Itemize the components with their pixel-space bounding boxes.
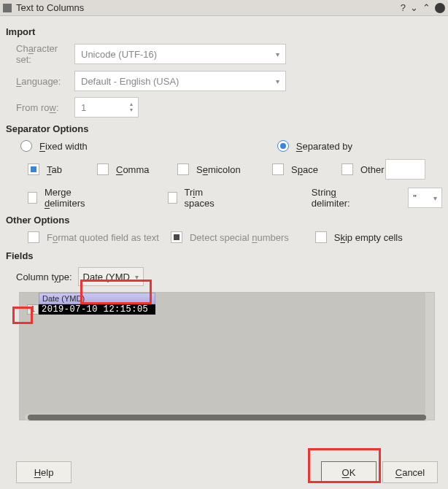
section-other-title: Other Options bbox=[6, 215, 442, 226]
chevron-down-icon: ▾ bbox=[135, 273, 139, 281]
other-separator-input[interactable] bbox=[385, 159, 425, 180]
language-value: Default - English (USA) bbox=[81, 76, 179, 87]
language-label: Language: bbox=[6, 76, 74, 87]
column-type-label: Column type: bbox=[16, 272, 72, 282]
section-fields-title: Fields bbox=[6, 250, 442, 261]
column-type-combo[interactable]: Date (YMD ▾ bbox=[78, 267, 144, 286]
checkbox-icon bbox=[28, 192, 37, 204]
language-combo[interactable]: Default - English (USA) ▾ bbox=[74, 71, 286, 91]
check-semicolon[interactable]: Semicolon bbox=[177, 163, 272, 175]
radio-separated-label: Separated by bbox=[296, 141, 352, 152]
check-merge-delimiters[interactable]: Merge delimiters bbox=[28, 187, 99, 209]
window-icon bbox=[3, 4, 12, 12]
check-trim-spaces[interactable]: Trim spaces bbox=[168, 187, 224, 209]
scrollbar-vertical[interactable] bbox=[425, 293, 434, 420]
check-skip-empty[interactable]: Skip empty cells bbox=[315, 231, 403, 243]
checkbox-icon bbox=[315, 231, 327, 243]
checkbox-icon bbox=[177, 163, 189, 175]
help-button[interactable]: Help bbox=[16, 461, 72, 483]
ok-button[interactable]: OK bbox=[321, 461, 376, 483]
check-format-quoted[interactable]: Format quoted field as text bbox=[28, 231, 159, 243]
radio-fixed-width[interactable]: Fixed width bbox=[20, 140, 88, 152]
chevron-down-icon: ▾ bbox=[276, 77, 279, 85]
checkbox-icon bbox=[28, 231, 39, 243]
checkbox-icon bbox=[28, 163, 39, 175]
titlebar: Text to Columns ? ⌄ ⌃ ✕ bbox=[0, 0, 448, 16]
checkbox-icon bbox=[97, 163, 109, 175]
radio-icon bbox=[20, 140, 32, 152]
charset-value: Unicode (UTF-16) bbox=[81, 49, 157, 60]
string-delimiter-combo[interactable]: " ▾ bbox=[408, 188, 442, 208]
charset-label: Character set: bbox=[6, 43, 74, 65]
checkbox-icon bbox=[341, 163, 353, 175]
check-detect-numbers[interactable]: Detect special numbers bbox=[171, 231, 289, 243]
check-comma[interactable]: Comma bbox=[97, 163, 177, 175]
fromrow-label: From row: bbox=[6, 102, 74, 113]
window-title: Text to Columns bbox=[16, 2, 401, 13]
radio-separated-by[interactable]: Separated by bbox=[277, 140, 352, 152]
chevron-down-icon: ▾ bbox=[276, 50, 279, 58]
check-tab[interactable]: Tab bbox=[28, 163, 97, 175]
dialog-footer: Help OK Cancel bbox=[0, 461, 448, 483]
section-separator-title: Separator Options bbox=[6, 123, 442, 134]
charset-combo[interactable]: Unicode (UTF-16) ▾ bbox=[74, 44, 286, 64]
string-delimiter-label: String delimiter: bbox=[312, 187, 364, 209]
fromrow-spin[interactable]: 1 ▴▾ bbox=[74, 97, 139, 118]
checkbox-icon bbox=[171, 231, 182, 243]
cancel-button[interactable]: Cancel bbox=[382, 461, 438, 483]
spin-buttons[interactable]: ▴▾ bbox=[126, 99, 136, 115]
preview-column-header[interactable]: Date (YMD) bbox=[39, 293, 155, 304]
scrollbar-horizontal[interactable] bbox=[25, 414, 429, 421]
radio-icon bbox=[277, 140, 289, 152]
fromrow-value: 1 bbox=[81, 102, 86, 113]
help-button-icon[interactable]: ? bbox=[401, 2, 406, 13]
radio-fixed-label: Fixed width bbox=[39, 141, 88, 152]
preview-cell: 2019-07-10 12:15:05 bbox=[39, 304, 155, 315]
menu-up-icon[interactable]: ⌃ bbox=[422, 2, 430, 13]
menu-down-icon[interactable]: ⌄ bbox=[410, 2, 418, 13]
section-import-title: Import bbox=[6, 26, 442, 37]
check-other[interactable]: Other bbox=[341, 163, 385, 175]
preview-row-number: 1 bbox=[27, 304, 39, 315]
checkbox-icon bbox=[168, 192, 177, 204]
fields-preview[interactable]: Date (YMD) 1 2019-07-10 12:15:05 bbox=[19, 292, 435, 420]
check-space[interactable]: Space bbox=[272, 163, 341, 175]
window-controls: ? ⌄ ⌃ ✕ bbox=[401, 2, 445, 13]
chevron-down-icon: ▾ bbox=[433, 194, 437, 202]
checkbox-icon bbox=[272, 163, 284, 175]
close-icon[interactable]: ✕ bbox=[435, 3, 445, 13]
